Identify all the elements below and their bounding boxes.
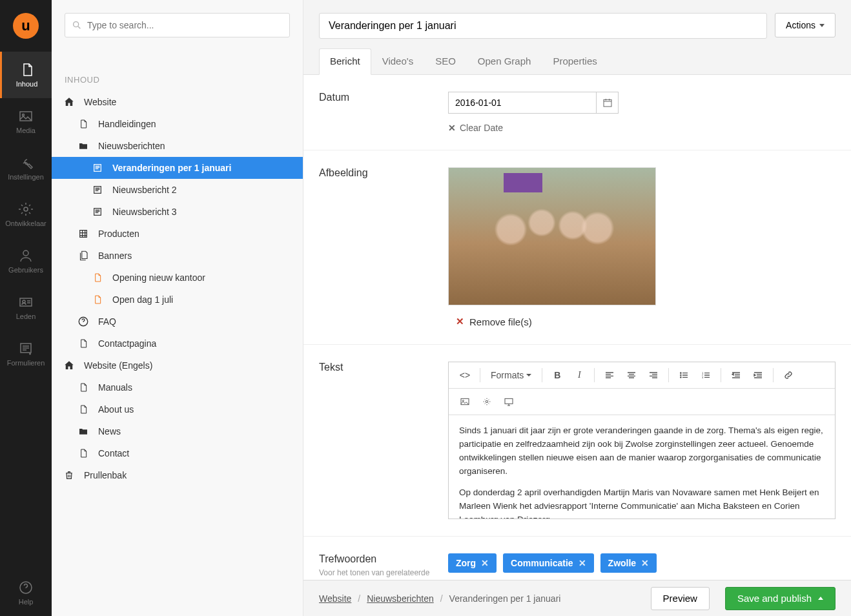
rail-item-gebruikers[interactable]: Gebruikers	[0, 238, 52, 284]
tree-item-label: Prullenbak	[84, 470, 127, 480]
content-area: Datum ✕ Clear Date Afbeelding	[303, 75, 851, 616]
outdent-icon	[731, 370, 741, 380]
rail-item-formulieren[interactable]: Formulieren	[0, 331, 52, 377]
file-orange-icon	[92, 272, 103, 283]
rail-item-ontwikkelaar[interactable]: Ontwikkelaar	[0, 191, 52, 238]
insert-embed-button[interactable]	[499, 393, 518, 411]
document-icon	[19, 62, 35, 77]
svg-rect-4	[20, 298, 32, 306]
rail-item-media[interactable]: Media	[0, 98, 52, 145]
file-icon	[77, 338, 89, 349]
date-input[interactable]	[448, 92, 597, 114]
rail-item-leden[interactable]: Leden	[0, 284, 52, 331]
logo[interactable]: u	[0, 0, 52, 52]
bullet-list-button[interactable]	[674, 366, 693, 384]
file-icon	[77, 447, 89, 459]
align-right-button[interactable]	[644, 366, 663, 384]
tree-item-label: Website	[84, 97, 116, 107]
tree-item-label: Manuals	[98, 382, 132, 393]
bold-button[interactable]: B	[548, 366, 567, 384]
user-icon	[18, 248, 34, 263]
rail-item-help[interactable]: Help	[0, 570, 52, 616]
tag-remove-icon[interactable]: ✕	[579, 558, 586, 568]
svg-point-14	[681, 373, 681, 373]
align-left-button[interactable]	[600, 366, 619, 384]
tree-item[interactable]: Nieuwsbericht 3	[52, 201, 303, 223]
tree-item[interactable]: Handleidingen	[52, 113, 303, 135]
number-list-button[interactable]: 123	[696, 366, 715, 384]
rail-item-inhoud[interactable]: Inhoud	[0, 52, 52, 98]
tree-item-label: Contact	[98, 448, 129, 458]
tree-item[interactable]: Manuals	[52, 376, 303, 398]
tree-item[interactable]: FAQ	[52, 311, 303, 333]
indent-icon	[753, 370, 763, 380]
bold-icon: B	[554, 370, 560, 380]
tree-item-label: Veranderingen per 1 januari	[112, 163, 231, 173]
svg-text:3: 3	[702, 376, 704, 379]
tree-item[interactable]: Opening nieuw kantoor	[52, 267, 303, 289]
image-preview[interactable]	[448, 167, 656, 305]
article-icon	[92, 206, 103, 218]
tree-item-label: Nieuwsberichten	[98, 141, 165, 151]
rail-label: Formulieren	[7, 359, 45, 367]
italic-icon: I	[578, 370, 581, 380]
tree-item[interactable]: Producten	[52, 223, 303, 245]
tag-remove-icon[interactable]: ✕	[641, 558, 649, 568]
italic-button[interactable]: I	[569, 366, 589, 384]
tab[interactable]: Video's	[371, 48, 424, 75]
rail-label: Leden	[16, 313, 36, 320]
tree-item[interactable]: Prullenbak	[52, 464, 303, 486]
field-label: Tekst	[319, 362, 448, 373]
link-button[interactable]	[779, 366, 798, 384]
remove-file-label: Remove file(s)	[469, 316, 532, 327]
rte-body[interactable]: Sinds 1 januari dit jaar zijn er grote v…	[449, 415, 835, 518]
tree-item[interactable]: Contactpagina	[52, 333, 303, 354]
tree-item[interactable]: Nieuwsbericht 2	[52, 179, 303, 201]
tree-item[interactable]: Nieuwsberichten	[52, 135, 303, 157]
field-tekst: Tekst <> Formats B I	[303, 345, 851, 537]
clear-date-link[interactable]: ✕ Clear Date	[448, 123, 503, 133]
rte-paragraph: Op donderdag 2 april overhandigden Marti…	[459, 486, 825, 518]
tag-remove-icon[interactable]: ✕	[481, 558, 489, 568]
outdent-button[interactable]	[726, 366, 746, 384]
remove-file-link[interactable]: ✕ Remove file(s)	[456, 316, 532, 327]
actions-button[interactable]: Actions	[775, 13, 836, 37]
source-code-button[interactable]: <>	[455, 366, 475, 384]
insert-macro-button[interactable]	[477, 393, 497, 411]
save-publish-button[interactable]: Save and publish	[725, 587, 836, 610]
page-title-input[interactable]	[319, 13, 767, 39]
tab[interactable]: Bericht	[319, 48, 371, 75]
tree-item[interactable]: Website	[52, 91, 303, 113]
tree-item[interactable]: News	[52, 420, 303, 442]
tree-item[interactable]: About us	[52, 398, 303, 420]
tree-item[interactable]: Contact	[52, 442, 303, 464]
tree-item-label: Open dag 1 juli	[112, 294, 173, 305]
indent-button[interactable]	[748, 366, 768, 384]
field-datum: Datum ✕ Clear Date	[303, 75, 851, 150]
align-center-button[interactable]	[622, 366, 641, 384]
insert-image-button[interactable]	[455, 393, 475, 411]
search-input[interactable]	[65, 13, 290, 37]
formats-dropdown[interactable]: Formats	[486, 366, 537, 384]
tabs: BerichtVideo'sSEOOpen GraphProperties	[303, 39, 851, 75]
rail-item-instellingen[interactable]: Instellingen	[0, 145, 52, 191]
breadcrumb-link[interactable]: Website	[319, 593, 351, 604]
tree-item[interactable]: Open dag 1 juli	[52, 289, 303, 311]
image-icon	[18, 108, 34, 124]
rail-label: Help	[19, 598, 34, 606]
preview-button[interactable]: Preview	[651, 587, 710, 610]
tab[interactable]: Open Graph	[467, 48, 542, 75]
svg-rect-23	[505, 398, 513, 404]
tree-item-label: Website (Engels)	[84, 360, 152, 371]
breadcrumb-separator: /	[440, 593, 443, 604]
calendar-button[interactable]	[597, 92, 619, 114]
tree-item[interactable]: Banners	[52, 245, 303, 267]
tree-item[interactable]: Website (Engels)	[52, 354, 303, 376]
svg-point-8	[74, 22, 79, 27]
breadcrumb-link[interactable]: Nieuwsberichten	[367, 593, 434, 604]
tab[interactable]: SEO	[424, 48, 467, 75]
main-panel: Actions BerichtVideo'sSEOOpen GraphPrope…	[303, 0, 851, 616]
tree-item[interactable]: Veranderingen per 1 januari	[52, 157, 303, 179]
home-icon	[63, 360, 75, 371]
tab[interactable]: Properties	[542, 48, 608, 75]
